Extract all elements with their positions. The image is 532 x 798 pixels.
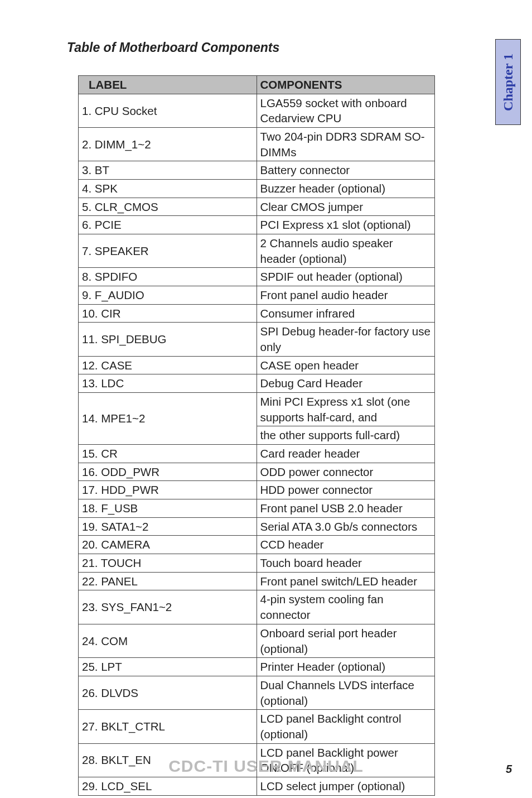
- cell-desc: HDD power connector: [257, 481, 435, 499]
- cell-desc: LCD panel Backlight control (optional): [257, 710, 435, 743]
- cell-label: 11. SPI_DEBUG: [79, 323, 257, 356]
- cell-desc: Battery connector: [257, 161, 435, 180]
- table-row: 14. MPE1~2 Mini PCI Express x1 slot (one…: [79, 393, 435, 426]
- page-number: 5: [506, 763, 512, 776]
- cell-desc: LCD select jumper (optional): [257, 777, 435, 795]
- cell-desc: Front panel switch/LED header: [257, 572, 435, 590]
- cell-label: 5. CLR_CMOS: [79, 198, 257, 216]
- table-row: 24. COM Onboard serial port header (opti…: [79, 624, 435, 657]
- cell-label: 24. COM: [79, 624, 257, 657]
- cell-desc: SPI Debug header-for factory use only: [257, 323, 435, 356]
- table-row: 11. SPI_DEBUG SPI Debug header-for facto…: [79, 323, 435, 356]
- cell-label: 25. LPT: [79, 658, 257, 676]
- cell-desc: Onboard serial port header (optional): [257, 624, 435, 657]
- col-header-label: LABEL: [79, 76, 257, 94]
- cell-desc: Front panel USB 2.0 header: [257, 499, 435, 518]
- cell-label: 9. F_AUDIO: [79, 286, 257, 305]
- cell-desc: the other supports full-card): [257, 426, 435, 445]
- cell-desc: Serial ATA 3.0 Gb/s connectors: [257, 517, 435, 536]
- cell-label: 14. MPE1~2: [79, 393, 257, 445]
- cell-desc: PCI Express x1 slot (optional): [257, 216, 435, 234]
- cell-desc: Two 204-pin DDR3 SDRAM SO-DIMMs: [257, 128, 435, 161]
- cell-desc: CASE open header: [257, 356, 435, 374]
- cell-label: 19. SATA1~2: [79, 517, 257, 536]
- table-row: 27. BKLT_CTRL LCD panel Backlight contro…: [79, 710, 435, 743]
- cell-label: 16. ODD_PWR: [79, 463, 257, 481]
- table-row: 5. CLR_CMOS Clear CMOS jumper: [79, 198, 435, 216]
- cell-label: 3. BT: [79, 161, 257, 180]
- section-title: Table of Motherboard Components: [67, 40, 465, 55]
- cell-label: 2. DIMM_1~2: [79, 128, 257, 161]
- cell-desc: Front panel audio header: [257, 286, 435, 305]
- footer-title: CDC-TI USER MANUAL: [0, 757, 532, 776]
- cell-label: 7. SPEAKER: [79, 234, 257, 268]
- cell-label: 21. TOUCH: [79, 554, 257, 573]
- cell-desc: Mini PCI Express x1 slot (one supports h…: [257, 393, 435, 426]
- table-row: 10. CIR Consumer infrared: [79, 304, 435, 323]
- cell-desc: Printer Header (optional): [257, 658, 435, 676]
- table-row: 19. SATA1~2 Serial ATA 3.0 Gb/s connecto…: [79, 517, 435, 536]
- table-row: 16. ODD_PWR ODD power connector: [79, 463, 435, 481]
- chapter-tab-label: Chapter 1: [501, 54, 516, 111]
- cell-label: 22. PANEL: [79, 572, 257, 590]
- table-row: 12. CASE CASE open header: [79, 356, 435, 374]
- cell-desc: 4-pin system cooling fan connector: [257, 590, 435, 624]
- cell-label: 4. SPK: [79, 180, 257, 198]
- cell-label: 18. F_USB: [79, 499, 257, 518]
- cell-label: 6. PCIE: [79, 216, 257, 234]
- table-row: 6. PCIE PCI Express x1 slot (optional): [79, 216, 435, 234]
- table-row: 4. SPK Buzzer header (optional): [79, 180, 435, 198]
- components-table: LABEL COMPONENTS 1. CPU Socket LGA559 so…: [78, 75, 435, 796]
- page: Table of Motherboard Components LABEL CO…: [0, 0, 532, 798]
- cell-desc: Touch board header: [257, 554, 435, 573]
- table-row: 22. PANEL Front panel switch/LED header: [79, 572, 435, 590]
- cell-label: 13. LDC: [79, 374, 257, 393]
- cell-desc: Consumer infrared: [257, 304, 435, 323]
- cell-desc: Dual Channels LVDS interface (optional): [257, 676, 435, 709]
- table-row: 3. BT Battery connector: [79, 161, 435, 180]
- table-header-row: LABEL COMPONENTS: [79, 76, 435, 94]
- cell-desc: 2 Channels audio speaker header (optiona…: [257, 234, 435, 268]
- table-row: 29. LCD_SEL LCD select jumper (optional): [79, 777, 435, 795]
- cell-label: 20. CAMERA: [79, 536, 257, 554]
- cell-desc: CCD header: [257, 536, 435, 554]
- cell-desc: SPDIF out header (optional): [257, 268, 435, 286]
- table-row: 15. CR Card reader header: [79, 445, 435, 463]
- table-row: 26. DLVDS Dual Channels LVDS interface (…: [79, 676, 435, 709]
- chapter-tab: Chapter 1: [495, 39, 521, 125]
- table-row: 23. SYS_FAN1~2 4-pin system cooling fan …: [79, 590, 435, 624]
- cell-label: 8. SPDIFO: [79, 268, 257, 286]
- cell-desc: Card reader header: [257, 445, 435, 463]
- table-row: 2. DIMM_1~2 Two 204-pin DDR3 SDRAM SO-DI…: [79, 128, 435, 161]
- table-row: 18. F_USB Front panel USB 2.0 header: [79, 499, 435, 518]
- cell-desc: Debug Card Header: [257, 374, 435, 393]
- table-row: 17. HDD_PWR HDD power connector: [79, 481, 435, 499]
- col-header-components: COMPONENTS: [257, 76, 435, 94]
- cell-label: 10. CIR: [79, 304, 257, 323]
- cell-desc: ODD power connector: [257, 463, 435, 481]
- table-row: 9. F_AUDIO Front panel audio header: [79, 286, 435, 305]
- table-row: 13. LDC Debug Card Header: [79, 374, 435, 393]
- cell-label: 29. LCD_SEL: [79, 777, 257, 795]
- cell-desc: Buzzer header (optional): [257, 180, 435, 198]
- cell-label: 27. BKLT_CTRL: [79, 710, 257, 743]
- table-row: 25. LPT Printer Header (optional): [79, 658, 435, 676]
- table-row: 1. CPU Socket LGA559 socket with onboard…: [79, 94, 435, 127]
- cell-label: 15. CR: [79, 445, 257, 463]
- table-row: 8. SPDIFO SPDIF out header (optional): [79, 268, 435, 286]
- cell-label: 17. HDD_PWR: [79, 481, 257, 499]
- table-row: 21. TOUCH Touch board header: [79, 554, 435, 573]
- cell-desc: Clear CMOS jumper: [257, 198, 435, 216]
- cell-label: 26. DLVDS: [79, 676, 257, 709]
- table-row: 7. SPEAKER 2 Channels audio speaker head…: [79, 234, 435, 268]
- cell-label: 12. CASE: [79, 356, 257, 374]
- cell-desc: LGA559 socket with onboard Cedarview CPU: [257, 94, 435, 127]
- table-row: 20. CAMERA CCD header: [79, 536, 435, 554]
- cell-label: 23. SYS_FAN1~2: [79, 590, 257, 624]
- cell-label: 1. CPU Socket: [79, 94, 257, 127]
